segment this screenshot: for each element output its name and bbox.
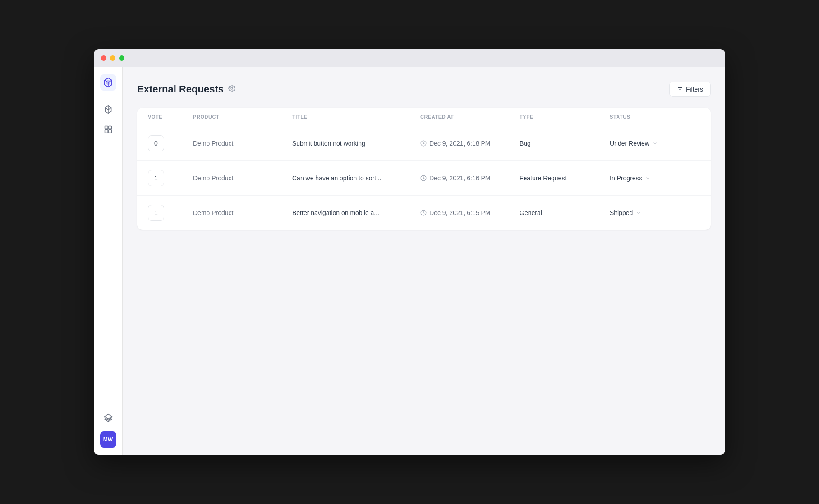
vote-badge[interactable]: 1 (148, 205, 164, 221)
sidebar-item-layout[interactable] (100, 121, 116, 137)
filter-icon (677, 86, 683, 92)
app-logo[interactable] (100, 74, 116, 91)
svg-rect-4 (108, 130, 111, 133)
column-type: TYPE (520, 114, 610, 119)
sidebar-item-layers[interactable] (100, 410, 116, 426)
vote-cell: 1 (148, 205, 193, 221)
column-status: STATUS (610, 114, 700, 119)
user-avatar[interactable]: MW (100, 431, 116, 448)
table-header: VOTE PRODUCT TITLE CREATED AT TYPE STATU… (137, 108, 711, 126)
svg-point-6 (231, 87, 233, 89)
title-cell[interactable]: Can we have an option to sort... (292, 174, 420, 182)
table-row: 1 Demo Product Can we have an option to … (137, 161, 711, 196)
date-cell: Dec 9, 2021, 6:16 PM (420, 174, 520, 182)
date-cell: Dec 9, 2021, 6:18 PM (420, 140, 520, 147)
close-button[interactable] (101, 55, 106, 61)
type-cell: Feature Request (520, 174, 610, 182)
chevron-down-icon (645, 175, 650, 181)
svg-rect-2 (108, 126, 111, 129)
main-content: External Requests Filters (123, 67, 725, 455)
column-title: TITLE (292, 114, 420, 119)
title-cell[interactable]: Submit button not working (292, 140, 420, 147)
type-cell: Bug (520, 140, 610, 147)
app-window: MW External Requests (94, 49, 725, 455)
product-cell: Demo Product (193, 209, 292, 216)
filters-button[interactable]: Filters (669, 82, 711, 97)
sidebar-item-cube[interactable] (100, 101, 116, 118)
clock-icon (420, 140, 427, 147)
page-title-area: External Requests (137, 83, 235, 95)
table-row: 1 Demo Product Better navigation on mobi… (137, 196, 711, 230)
title-cell[interactable]: Better navigation on mobile a... (292, 209, 420, 216)
maximize-button[interactable] (119, 55, 124, 61)
sidebar-bottom: MW (100, 410, 116, 448)
sidebar: MW (94, 67, 123, 455)
column-product: PRODUCT (193, 114, 292, 119)
status-dropdown[interactable]: In Progress (610, 174, 700, 182)
titlebar (94, 49, 725, 67)
vote-cell: 1 (148, 170, 193, 186)
clock-icon (420, 175, 427, 181)
vote-badge[interactable]: 0 (148, 135, 164, 151)
app-body: MW External Requests (94, 67, 725, 455)
status-dropdown[interactable]: Under Review (610, 140, 700, 147)
page-header: External Requests Filters (137, 82, 711, 97)
clock-icon (420, 210, 427, 216)
chevron-down-icon (635, 210, 641, 215)
svg-rect-3 (105, 130, 108, 133)
status-dropdown[interactable]: Shipped (610, 209, 700, 216)
date-cell: Dec 9, 2021, 6:15 PM (420, 209, 520, 216)
chevron-down-icon (652, 141, 658, 146)
settings-icon[interactable] (228, 85, 235, 94)
product-cell: Demo Product (193, 140, 292, 147)
column-vote: VOTE (148, 114, 193, 119)
product-cell: Demo Product (193, 174, 292, 182)
table-row: 0 Demo Product Submit button not working… (137, 126, 711, 161)
requests-table: VOTE PRODUCT TITLE CREATED AT TYPE STATU… (137, 108, 711, 230)
vote-badge[interactable]: 1 (148, 170, 164, 186)
svg-rect-1 (105, 126, 108, 129)
page-title: External Requests (137, 83, 224, 95)
type-cell: General (520, 209, 610, 216)
minimize-button[interactable] (110, 55, 115, 61)
column-created-at: CREATED AT (420, 114, 520, 119)
vote-cell: 0 (148, 135, 193, 151)
